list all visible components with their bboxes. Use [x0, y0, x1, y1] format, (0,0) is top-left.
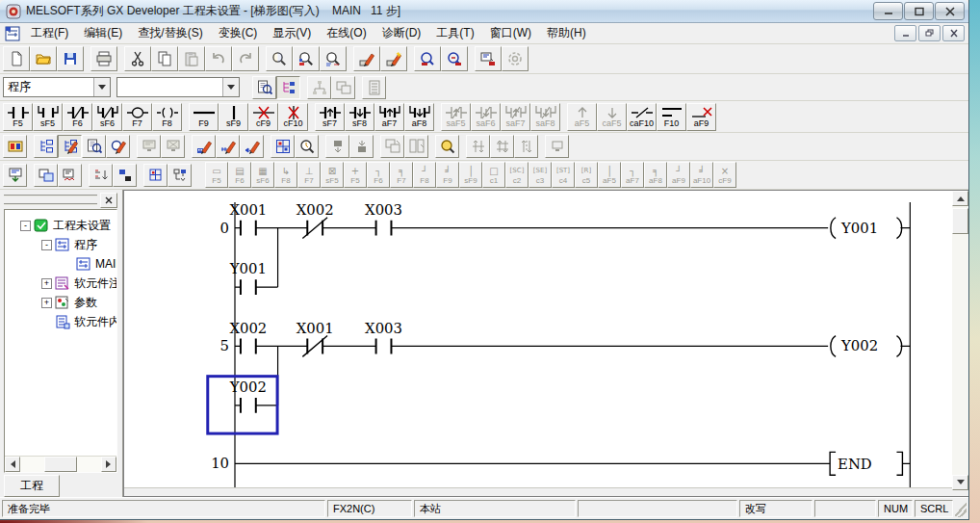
- mdi-close-button[interactable]: [942, 25, 965, 41]
- sfc-step-button[interactable]: ▭F5: [205, 162, 228, 188]
- parallel-falling-pulse-button[interactable]: aF8: [404, 103, 434, 131]
- find-string-button[interactable]: [320, 46, 347, 71]
- menu-online[interactable]: 在线(O): [319, 23, 374, 43]
- scroll-thumb[interactable]: [952, 208, 968, 234]
- find-device-button[interactable]: [293, 46, 320, 71]
- tree-item-parameter[interactable]: + 参数: [5, 293, 116, 312]
- menu-convert[interactable]: 变换(C): [211, 23, 266, 43]
- sfc-end-button[interactable]: ⊥F7: [297, 162, 321, 188]
- grid-chip-button[interactable]: [3, 135, 27, 158]
- program-check-button[interactable]: [271, 135, 295, 158]
- expand-icon[interactable]: +: [41, 278, 52, 289]
- sfc-af9-button[interactable]: ┘aF9: [667, 162, 690, 188]
- panel-grip[interactable]: [4, 193, 117, 207]
- block-display-button[interactable]: [143, 164, 168, 187]
- comment-display-button[interactable]: [435, 135, 459, 158]
- sfc-af7-button[interactable]: ┐aF7: [621, 162, 644, 188]
- step-run-button[interactable]: [325, 135, 349, 158]
- sfc-jump-button[interactable]: ↳F8: [274, 162, 297, 188]
- save-project-button[interactable]: [57, 46, 84, 71]
- invert-result-button[interactable]: caF10: [627, 103, 657, 131]
- tree-branch-button[interactable]: [307, 76, 331, 99]
- tree-item-program[interactable]: - 程序: [5, 235, 116, 254]
- sfc-r-button[interactable]: [R]c5: [575, 162, 598, 188]
- error-jump-button[interactable]: [58, 164, 82, 187]
- sort-arrows-button-1[interactable]: [466, 135, 490, 158]
- project-tree-button[interactable]: [276, 76, 300, 99]
- sort-arrows-button-2[interactable]: [490, 135, 514, 158]
- parallel-rising-pulse-button[interactable]: aF7: [374, 103, 404, 131]
- sfc-cf9-button[interactable]: ×cF9: [713, 162, 736, 188]
- falling-pulse-contact-button[interactable]: sF8: [345, 103, 374, 131]
- window-tile-button[interactable]: [404, 135, 428, 158]
- sfc-line1-button[interactable]: ┐F6: [367, 162, 390, 188]
- monitor-small-button[interactable]: [545, 135, 569, 158]
- list-column-button[interactable]: [362, 76, 386, 99]
- scroll-thumb[interactable]: [44, 457, 77, 472]
- menu-diagnostics[interactable]: 诊断(D): [374, 23, 429, 43]
- scroll-down-arrow[interactable]: [952, 475, 968, 490]
- read-mode-button[interactable]: [82, 135, 106, 158]
- parallel-falling-closed-button[interactable]: saF8: [530, 103, 560, 131]
- chevron-down-icon[interactable]: [93, 78, 110, 96]
- closed-contact-button[interactable]: F6: [63, 103, 92, 131]
- display-reduce-button[interactable]: [441, 46, 468, 71]
- sort-steps-button[interactable]: [89, 164, 113, 187]
- print-button[interactable]: [90, 46, 117, 71]
- open-project-button[interactable]: [30, 46, 57, 71]
- replace-string-button[interactable]: [380, 46, 407, 71]
- chevron-down-icon[interactable]: [222, 78, 239, 96]
- minimize-button[interactable]: [873, 2, 903, 20]
- ladder-write-button[interactable]: [216, 135, 240, 158]
- vertical-line-button[interactable]: sF9: [219, 103, 248, 131]
- mdi-minimize-button[interactable]: [894, 25, 916, 41]
- coil-button[interactable]: F7: [122, 103, 152, 131]
- undo-button[interactable]: [205, 46, 232, 71]
- trace-button[interactable]: [240, 135, 264, 158]
- parallel-closed-contact-button[interactable]: sF6: [92, 103, 122, 131]
- menu-window[interactable]: 窗口(W): [482, 23, 539, 43]
- sfc-block-button[interactable]: ▤F6: [228, 162, 251, 188]
- monitor-write-mode-button[interactable]: [161, 135, 185, 158]
- block-list-button[interactable]: [113, 164, 137, 187]
- sfc-af10-button[interactable]: ╛aF10: [690, 162, 713, 188]
- device-combo[interactable]: [116, 77, 240, 97]
- sfc-st-button[interactable]: [ST]c4: [552, 162, 575, 188]
- horizontal-line-button[interactable]: F9: [189, 103, 219, 131]
- sfc-sc-button[interactable]: [SC]c2: [505, 162, 529, 188]
- new-file-button[interactable]: [3, 46, 30, 71]
- collapse-icon[interactable]: -: [41, 240, 52, 250]
- sfc-line4-button[interactable]: ╛F9: [436, 162, 459, 188]
- program-verify-button[interactable]: [34, 164, 58, 187]
- delete-line-button[interactable]: aF9: [686, 103, 716, 131]
- ladder-editor[interactable]: 0 5 10 X001 X002 X003 Y001 Y001 X002 X00…: [123, 190, 968, 497]
- ladder-edit-mode-button[interactable]: [58, 135, 82, 158]
- tree-item-device-memory[interactable]: 软元件内存: [5, 312, 116, 331]
- open-contact-button[interactable]: F5: [3, 103, 33, 131]
- paste-button[interactable]: [178, 46, 205, 71]
- communication-button[interactable]: [502, 46, 529, 71]
- collapse-icon[interactable]: -: [20, 221, 31, 231]
- panel-close-button[interactable]: [100, 193, 117, 208]
- write-mode-button[interactable]: [106, 135, 130, 158]
- maximize-button[interactable]: [904, 2, 934, 20]
- monitor-mode-button[interactable]: [137, 135, 161, 158]
- menu-find-replace[interactable]: 查找/替换(S): [130, 23, 210, 43]
- scroll-track[interactable]: [952, 206, 968, 475]
- sfc-plus-button[interactable]: +F5: [344, 162, 367, 188]
- rising-pulse-contact-button[interactable]: sF7: [315, 103, 345, 131]
- tree-horizontal-scrollbar[interactable]: [5, 456, 116, 472]
- scroll-track[interactable]: [20, 457, 101, 472]
- project-data-list-button[interactable]: [252, 76, 276, 99]
- sfc-block2-button[interactable]: ▦sF6: [251, 162, 274, 188]
- device-test-button[interactable]: [192, 135, 216, 158]
- scroll-left-arrow[interactable]: [5, 457, 20, 472]
- menu-help[interactable]: 帮助(H): [539, 23, 594, 43]
- tree-item-project-root[interactable]: - 工程未设置: [5, 216, 116, 235]
- delete-vertical-line-button[interactable]: cF10: [278, 103, 308, 131]
- mdi-restore-button[interactable]: [918, 25, 941, 41]
- sfc-se-button[interactable]: [SE]c3: [529, 162, 552, 188]
- parallel-rising-closed-button[interactable]: saF7: [501, 103, 530, 131]
- window-cascade-button[interactable]: [380, 135, 404, 158]
- program-type-combo[interactable]: 程序: [3, 77, 111, 97]
